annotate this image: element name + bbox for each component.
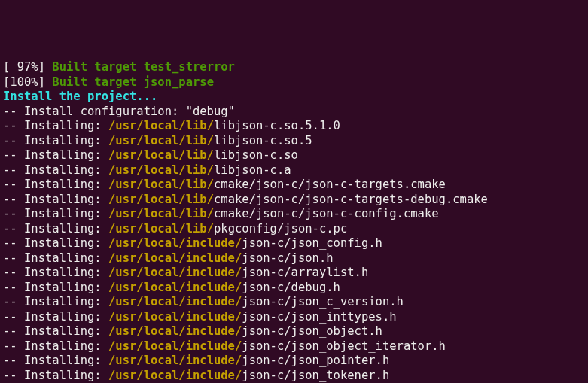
terminal-segment: json-c/json_inttypes.h [242, 310, 396, 324]
terminal-line: -- Installing: /usr/local/include/json-c… [3, 369, 585, 384]
terminal-segment: -- Installing: [3, 163, 108, 177]
terminal-segment: cmake/json-c/json-c-config.cmake [214, 207, 439, 220]
terminal-segment: /usr/local/include/ [108, 324, 242, 338]
terminal-segment: -- Installing: [3, 236, 108, 250]
terminal-segment: /usr/local/lib/ [108, 134, 214, 147]
terminal-segment: /usr/local/lib/ [108, 207, 214, 220]
terminal-line: -- Installing: /usr/local/lib/cmake/json… [3, 207, 585, 222]
terminal-line: -- Installing: /usr/local/lib/cmake/json… [3, 178, 585, 193]
terminal-segment: /usr/local/lib/ [108, 119, 214, 132]
terminal-segment: /usr/local/include/ [108, 251, 242, 265]
terminal-segment: /usr/local/lib/ [108, 163, 214, 177]
terminal-segment: -- Installing: [3, 266, 108, 279]
terminal-segment: /usr/local/include/ [108, 369, 242, 382]
terminal-segment: -- Installing: [3, 251, 108, 265]
terminal-segment: libjson-c.so [214, 148, 298, 162]
terminal-segment: /usr/local/include/ [108, 339, 242, 353]
terminal-segment: Built target json_parse [52, 75, 214, 89]
terminal-line: -- Installing: /usr/local/include/json-c… [3, 324, 585, 339]
terminal-segment: -- Installing: [3, 281, 108, 294]
terminal-line: -- Installing: /usr/local/include/json-c… [3, 354, 585, 369]
terminal-segment: cmake/json-c/json-c-targets.cmake [214, 178, 446, 191]
terminal-segment: /usr/local/include/ [108, 295, 242, 309]
terminal-segment: -- Installing: [3, 193, 108, 206]
terminal-segment: [ 97%] [3, 60, 52, 74]
terminal-line: -- Install configuration: "debug" [3, 105, 585, 120]
terminal-segment: -- Installing: [3, 207, 108, 220]
terminal-segment: -- Installing: [3, 354, 108, 367]
terminal-segment: -- Installing: [3, 369, 108, 382]
terminal-segment: libjson-c.so.5.1.0 [214, 119, 340, 132]
terminal-segment: -- Installing: [3, 310, 108, 324]
terminal-line: -- Installing: /usr/local/include/json-c… [3, 295, 585, 310]
terminal-segment: /usr/local/include/ [108, 310, 242, 324]
terminal-segment: -- Installing: [3, 178, 108, 191]
terminal-segment: /usr/local/include/ [108, 266, 242, 279]
terminal-segment: -- Installing: [3, 339, 108, 353]
terminal-line: [100%] Built target json_parse [3, 75, 585, 90]
terminal-line: -- Installing: /usr/local/lib/libjson-c.… [3, 134, 585, 149]
terminal-segment: -- Install configuration: "debug" [3, 105, 235, 118]
terminal-segment: -- Installing: [3, 295, 108, 309]
terminal-segment: Built target test_strerror [52, 60, 235, 74]
terminal-segment: /usr/local/include/ [108, 236, 242, 250]
terminal-segment: json-c/json_object_iterator.h [242, 339, 446, 353]
terminal-segment: json-c/debug.h [242, 281, 340, 294]
terminal-line: -- Installing: /usr/local/lib/libjson-c.… [3, 163, 585, 178]
terminal-line: -- Installing: /usr/local/include/json-c… [3, 266, 585, 281]
terminal-line: -- Installing: /usr/local/include/json-c… [3, 281, 585, 296]
terminal-line: -- Installing: /usr/local/lib/libjson-c.… [3, 119, 585, 134]
terminal-segment: Install the project... [3, 90, 157, 103]
terminal-segment: -- Installing: [3, 134, 108, 147]
terminal-segment: -- Installing: [3, 148, 108, 162]
terminal-segment: json-c/json_c_version.h [242, 295, 404, 309]
terminal-segment: -- Installing: [3, 222, 108, 236]
terminal-segment: -- Installing: [3, 119, 108, 132]
terminal-segment: /usr/local/lib/ [108, 193, 214, 206]
terminal-segment: cmake/json-c/json-c-targets-debug.cmake [214, 193, 488, 206]
terminal-segment: /usr/local/lib/ [108, 148, 214, 162]
terminal-line: -- Installing: /usr/local/lib/libjson-c.… [3, 148, 585, 163]
terminal-segment: /usr/local/lib/ [108, 178, 214, 191]
terminal-line: -- Installing: /usr/local/include/json-c… [3, 236, 585, 251]
terminal-segment: json-c/json_tokener.h [242, 369, 389, 382]
terminal-segment: libjson-c.a [214, 163, 291, 177]
terminal-segment: -- Installing: [3, 324, 108, 338]
terminal-line: -- Installing: /usr/local/include/json-c… [3, 310, 585, 325]
terminal-segment: json-c/json.h [242, 251, 333, 265]
terminal-line: -- Installing: /usr/local/include/json-c… [3, 339, 585, 354]
terminal-segment: json-c/json_object.h [242, 324, 382, 338]
terminal-line: Install the project... [3, 90, 585, 105]
terminal-segment: /usr/local/lib/ [108, 222, 214, 236]
terminal-line: [ 97%] Built target test_strerror [3, 60, 585, 75]
terminal-line: -- Installing: /usr/local/lib/pkgconfig/… [3, 222, 585, 237]
terminal-line: -- Installing: /usr/local/lib/cmake/json… [3, 193, 585, 208]
terminal-line: -- Installing: /usr/local/include/json-c… [3, 251, 585, 266]
terminal-output: [ 97%] Built target test_strerror[100%] … [3, 60, 585, 383]
terminal-segment: pkgconfig/json-c.pc [214, 222, 347, 236]
terminal-segment: json-c/json_config.h [242, 236, 382, 250]
terminal-segment: libjson-c.so.5 [214, 134, 312, 147]
terminal-segment: json-c/arraylist.h [242, 266, 368, 279]
terminal-segment: /usr/local/include/ [108, 354, 242, 367]
terminal-segment: json-c/json_pointer.h [242, 354, 389, 367]
terminal-segment: [100%] [3, 75, 52, 89]
terminal-segment: /usr/local/include/ [108, 281, 242, 294]
